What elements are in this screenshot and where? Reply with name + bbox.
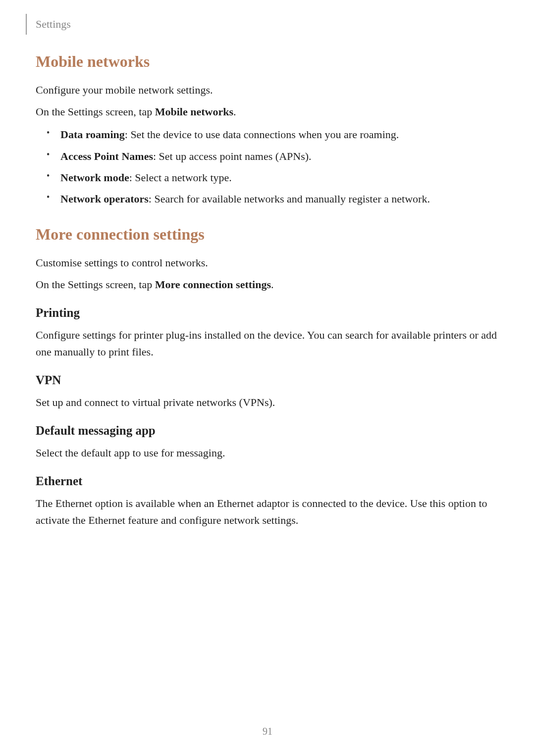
list-item: Network operators: Search for available … [47, 190, 499, 208]
item-desc: : Search for available networks and manu… [149, 193, 430, 205]
instruction-bold: More connection settings [155, 278, 271, 291]
instruction-suffix: . [233, 105, 236, 118]
header-divider [26, 14, 27, 35]
item-desc: : Set the device to use data connections… [125, 128, 399, 141]
printing-title: Printing [36, 306, 499, 320]
mobile-networks-title: Mobile networks [36, 52, 499, 71]
instruction-prefix: On the Settings screen, tap [36, 278, 155, 291]
mobile-networks-list: Data roaming: Set the device to use data… [47, 125, 499, 208]
vpn-title: VPN [36, 373, 499, 387]
ethernet-title: Ethernet [36, 474, 499, 488]
more-connection-instruction: On the Settings screen, tap More connect… [36, 276, 499, 293]
mobile-networks-intro: Configure your mobile network settings. [36, 82, 499, 99]
breadcrumb: Settings [36, 18, 71, 31]
default-messaging-body: Select the default app to use for messag… [36, 445, 499, 461]
item-desc: : Select a network type. [129, 171, 232, 184]
list-item: Data roaming: Set the device to use data… [47, 125, 499, 144]
more-connection-title: More connection settings [36, 225, 499, 244]
vpn-body: Set up and connect to virtual private ne… [36, 394, 499, 411]
item-desc: : Set up access point names (APNs). [153, 150, 312, 162]
instruction-prefix: On the Settings screen, tap [36, 105, 155, 118]
item-label: Network operators [60, 193, 149, 205]
item-label: Access Point Names [60, 150, 153, 162]
more-connection-intro: Customise settings to control networks. [36, 254, 499, 271]
printing-body: Configure settings for printer plug-ins … [36, 327, 499, 360]
default-messaging-title: Default messaging app [36, 424, 499, 438]
page-number: 91 [0, 726, 535, 737]
list-item: Access Point Names: Set up access point … [47, 147, 499, 165]
instruction-bold: Mobile networks [155, 105, 233, 118]
page-content: Mobile networks Configure your mobile ne… [36, 52, 499, 534]
item-label: Data roaming [60, 128, 125, 141]
list-item: Network mode: Select a network type. [47, 168, 499, 187]
item-label: Network mode [60, 171, 129, 184]
instruction-suffix: . [271, 278, 274, 291]
ethernet-body: The Ethernet option is available when an… [36, 495, 499, 529]
mobile-networks-instruction: On the Settings screen, tap Mobile netwo… [36, 103, 499, 120]
